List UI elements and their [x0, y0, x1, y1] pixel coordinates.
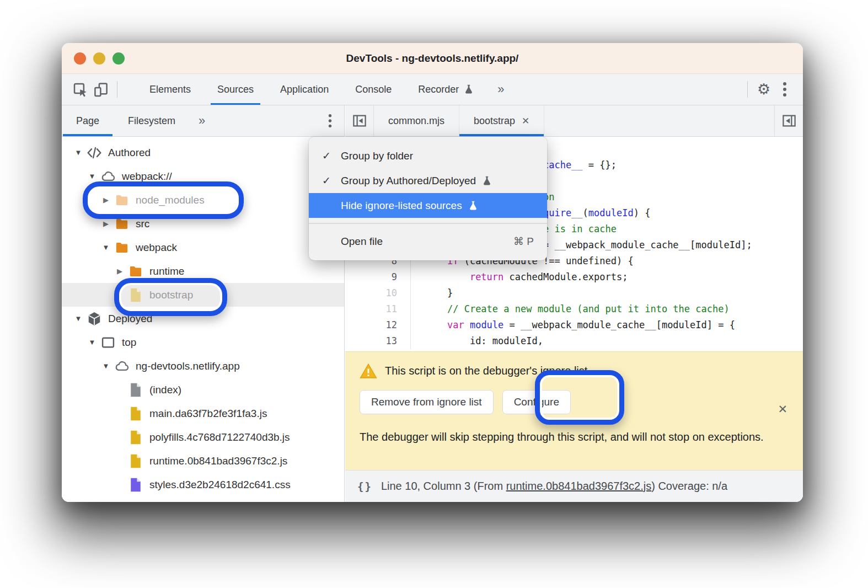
tree-item-deployed[interactable]: ▼Deployed	[62, 307, 344, 330]
line-number[interactable]: 11	[345, 301, 411, 317]
editor-tab-bootstrap[interactable]: bootstrap✕	[459, 105, 544, 136]
tree-item-label: bootstrap	[149, 289, 193, 301]
line-number[interactable]: 13	[345, 333, 411, 349]
folder-icon	[114, 192, 130, 209]
tree-item-runtime-folder[interactable]: ▶runtime	[62, 259, 344, 283]
tree-collapsed-arrow-icon[interactable]: ▶	[113, 267, 126, 275]
gear-icon[interactable]: ⚙	[753, 79, 774, 100]
main-toolbar: ElementsSourcesApplicationConsoleRecorde…	[62, 74, 803, 105]
tree-item-label: styles.d3e2b24618d2c641.css	[149, 479, 291, 491]
beaker-icon	[463, 84, 474, 95]
tree-expanded-arrow-icon[interactable]: ▼	[85, 338, 99, 346]
frame-icon	[100, 334, 116, 351]
inspect-icon[interactable]	[69, 79, 90, 100]
tree-item-webpack-scheme[interactable]: ▼webpack://	[62, 164, 344, 188]
tab-label: Application	[280, 84, 329, 95]
tree-item-polyfills-js[interactable]: polyfills.4c768d7122740d3b.js	[62, 425, 344, 449]
more-panels-icon[interactable]: »	[487, 82, 514, 97]
tree-collapsed-arrow-icon[interactable]: ▶	[99, 196, 112, 204]
kebab-menu-icon[interactable]	[774, 79, 795, 100]
folder-icon	[114, 239, 130, 256]
code-line: 9 return cachedModule.exports;	[345, 269, 803, 285]
show-debugger-sidebar-icon[interactable]	[774, 105, 803, 136]
editor-tabbar: common.mjsbootstrap✕	[345, 105, 803, 137]
editor-tab-common-mjs[interactable]: common.mjs	[374, 105, 459, 136]
tree-expanded-arrow-icon[interactable]: ▼	[99, 243, 112, 252]
tree-item-webpack-folder[interactable]: ▼webpack	[62, 236, 344, 259]
pretty-print-icon[interactable]: {}	[357, 480, 372, 493]
menu-shortcut: ⌘ P	[513, 235, 534, 248]
tree-item-label: webpack	[136, 242, 177, 254]
tree-item-top-frame[interactable]: ▼top	[62, 330, 344, 354]
navigator-tab-strip: PageFilesystem	[62, 105, 190, 136]
tree-item-node-modules[interactable]: ▶node_modules	[62, 188, 344, 212]
navigator-context-menu: ✓Group by folder✓Group by Authored/Deplo…	[309, 137, 547, 260]
tree-expanded-arrow-icon[interactable]: ▼	[72, 314, 85, 323]
tab-recorder[interactable]: Recorder	[405, 74, 487, 105]
ignore-list-banner: This script is on the debugger's ignore …	[345, 351, 803, 470]
editor-statusbar: {} Line 10, Column 3 (From runtime.0b841…	[345, 470, 803, 502]
menu-separator	[309, 223, 547, 224]
code-slash-icon	[86, 145, 103, 161]
minimize-window-button[interactable]	[93, 52, 105, 65]
menu-item-open-file[interactable]: Open file⌘ P	[309, 229, 547, 254]
tree-item-authored[interactable]: ▼Authored	[62, 141, 344, 164]
tree-item-netlify-origin[interactable]: ▼ng-devtools.netlify.app	[62, 354, 344, 378]
close-banner-icon[interactable]: ✕	[778, 403, 787, 416]
tree-item-label: (index)	[149, 384, 181, 396]
code-line: 12 var module = __webpack_module_cache__…	[345, 317, 803, 333]
navigator-header: PageFilesystem »	[62, 105, 345, 137]
code-token: = __webpack_module_cache__[moduleId];	[538, 239, 752, 250]
tree-expanded-arrow-icon[interactable]: ▼	[85, 172, 99, 180]
menu-item-label: Group by folder	[341, 150, 413, 162]
code-line-text: id: moduleId,	[411, 333, 543, 349]
close-window-button[interactable]	[74, 52, 86, 65]
file-icon	[127, 453, 144, 469]
configure-button[interactable]: Configure	[502, 390, 571, 414]
beaker-icon	[481, 175, 492, 186]
banner-description: The debugger will skip stepping through …	[360, 426, 789, 448]
menu-item-hide-ignore-listed-sources[interactable]: Hide ignore-listed sources	[309, 193, 547, 218]
banner-title-row: This script is on the debugger's ignore …	[360, 363, 789, 379]
tree-item-src[interactable]: ▶src	[62, 212, 344, 236]
tree-collapsed-arrow-icon[interactable]: ▶	[99, 220, 112, 228]
device-toolbar-icon[interactable]	[90, 79, 111, 100]
tab-console[interactable]: Console	[342, 74, 405, 105]
mapped-source-link[interactable]: runtime.0b841bad3967f3c2.js	[506, 480, 652, 492]
tree-expanded-arrow-icon[interactable]: ▼	[72, 148, 85, 157]
tree-item-bootstrap-file[interactable]: bootstrap	[62, 283, 344, 307]
banner-buttons: Remove from ignore listConfigure	[360, 390, 789, 414]
tree-expanded-arrow-icon[interactable]: ▼	[99, 362, 112, 370]
close-tab-icon[interactable]: ✕	[522, 115, 529, 127]
window-controls	[74, 52, 125, 65]
code-token: (	[583, 207, 588, 218]
remove-from-ignore-list-button[interactable]: Remove from ignore list	[360, 390, 494, 414]
tree-item-main-js[interactable]: main.da63f7b2fe3f1fa3.js	[62, 402, 344, 425]
code-token: moduleId	[588, 207, 634, 218]
zoom-window-button[interactable]	[112, 52, 125, 65]
menu-item-label: Open file	[341, 236, 383, 248]
tree-item-runtime-js[interactable]: runtime.0b841bad3967f3c2.js	[62, 449, 344, 473]
code-token	[425, 319, 447, 330]
sidebar-tab-page[interactable]: Page	[62, 105, 114, 136]
tree-item-label: node_modules	[136, 194, 205, 206]
hide-navigator-icon[interactable]	[345, 105, 374, 136]
tree-item-label: main.da63f7b2fe3f1fa3.js	[149, 408, 267, 420]
tree-item-styles-css[interactable]: styles.d3e2b24618d2c641.css	[62, 473, 344, 496]
line-number[interactable]: 9	[345, 269, 411, 285]
tree-item-label: polyfills.4c768d7122740d3b.js	[149, 431, 290, 443]
tree-item-index-file[interactable]: (index)	[62, 378, 344, 402]
tab-elements[interactable]: Elements	[136, 74, 204, 105]
code-line-text: var module = __webpack_module_cache__[mo…	[411, 317, 735, 333]
line-number[interactable]: 10	[345, 285, 411, 301]
tab-label: Elements	[149, 84, 191, 95]
sidebar-tab-filesystem[interactable]: Filesystem	[114, 105, 190, 136]
navigator-more-tabs-icon[interactable]: »	[190, 114, 214, 128]
menu-item-label: Hide ignore-listed sources	[341, 200, 462, 212]
tab-sources[interactable]: Sources	[204, 74, 267, 105]
menu-item-group-by-folder[interactable]: ✓Group by folder	[309, 143, 547, 168]
tab-application[interactable]: Application	[267, 74, 342, 105]
navigator-kebab-menu-icon[interactable]	[328, 113, 332, 129]
menu-item-group-by-authored-deployed[interactable]: ✓Group by Authored/Deployed	[309, 168, 547, 193]
line-number[interactable]: 12	[345, 317, 411, 333]
